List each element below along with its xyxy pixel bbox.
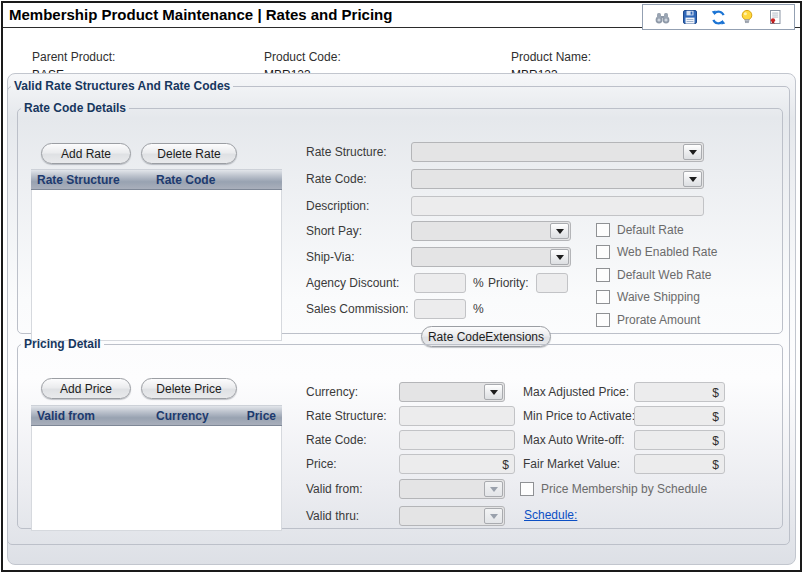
price-membership-by-schedule-row: Price Membership by Schedule <box>520 482 707 496</box>
price-table-col-currency[interactable]: Currency <box>156 409 209 423</box>
waive-shipping-row: Waive Shipping <box>596 290 700 304</box>
default-rate-row: Default Rate <box>596 223 684 237</box>
sales-commission-label: Sales Commission: <box>306 302 409 316</box>
valid-thru-select[interactable] <box>399 506 505 526</box>
refresh-icon[interactable] <box>709 8 727 26</box>
price-membership-by-schedule-checkbox[interactable] <box>520 482 534 496</box>
price-dollar: $ <box>502 458 509 472</box>
chevron-down-icon[interactable] <box>683 171 702 187</box>
price-table-col-price[interactable]: Price <box>247 409 276 423</box>
max-auto-write-off-input[interactable]: $ <box>634 430 725 450</box>
web-enabled-rate-checkbox[interactable] <box>596 245 610 259</box>
add-price-button[interactable]: Add Price <box>41 378 131 399</box>
chevron-down-icon[interactable] <box>550 223 569 239</box>
toolbar <box>642 4 795 30</box>
schedule-link[interactable]: Schedule: <box>524 508 577 522</box>
max-adjusted-price-input[interactable]: $ <box>634 382 725 402</box>
short-pay-label: Short Pay: <box>306 224 362 238</box>
price-label: Price: <box>306 457 337 471</box>
add-rate-button[interactable]: Add Rate <box>41 143 131 164</box>
chevron-down-icon[interactable] <box>484 481 503 497</box>
application-window: Membership Product Maintenance | Rates a… <box>1 1 802 572</box>
rate-table-col-rate-code[interactable]: Rate Code <box>156 173 215 187</box>
waive-shipping-checkbox[interactable] <box>596 290 610 304</box>
delete-rate-button[interactable]: Delete Rate <box>141 143 237 164</box>
max-auto-write-off-dollar: $ <box>712 434 719 448</box>
chevron-down-icon[interactable] <box>484 508 503 524</box>
page-title: Membership Product Maintenance | Rates a… <box>9 6 392 23</box>
delete-price-button[interactable]: Delete Price <box>141 378 237 399</box>
product-code-label: Product Code: <box>264 50 341 64</box>
price-table-col-valid-from[interactable]: Valid from <box>31 409 95 423</box>
rate-code-select[interactable] <box>411 169 704 189</box>
sales-commission-input[interactable] <box>414 299 466 319</box>
report-icon[interactable] <box>766 8 784 26</box>
chevron-down-icon[interactable] <box>484 384 503 400</box>
max-adjusted-price-label: Max Adjusted Price: <box>523 385 629 399</box>
save-icon[interactable] <box>681 8 699 26</box>
rate-code-label: Rate Code: <box>306 172 367 186</box>
valid-rate-structures-legend: Valid Rate Structures And Rate Codes <box>11 79 233 93</box>
ship-via-select[interactable] <box>411 247 571 267</box>
default-rate-checkbox[interactable] <box>596 223 610 237</box>
rate-structure-label: Rate Structure: <box>306 145 387 159</box>
ship-via-label: Ship-Via: <box>306 250 354 264</box>
agency-discount-input[interactable] <box>414 273 466 293</box>
default-web-rate-label: Default Web Rate <box>617 268 712 282</box>
valid-from-label: Valid from: <box>306 482 362 496</box>
rate-code-details-legend: Rate Code Details <box>21 101 129 115</box>
min-price-to-activate-dollar: $ <box>712 410 719 424</box>
fair-market-value-dollar: $ <box>712 458 719 472</box>
valid-from-select[interactable] <box>399 479 505 499</box>
agency-discount-label: Agency Discount: <box>306 276 399 290</box>
currency-select[interactable] <box>399 382 505 402</box>
max-adjusted-price-dollar: $ <box>712 386 719 400</box>
currency-label: Currency: <box>306 385 358 399</box>
price-membership-by-schedule-label: Price Membership by Schedule <box>541 482 707 496</box>
valid-thru-label: Valid thru: <box>306 509 359 523</box>
short-pay-select[interactable] <box>411 221 571 241</box>
fair-market-value-input[interactable]: $ <box>634 454 725 474</box>
priority-label: Priority: <box>488 276 529 290</box>
rate-structure-select[interactable] <box>411 142 704 162</box>
default-web-rate-row: Default Web Rate <box>596 268 712 282</box>
parent-product-label: Parent Product: <box>32 50 115 64</box>
binoculars-icon[interactable] <box>653 8 671 26</box>
min-price-to-activate-label: Min Price to Activate: <box>523 409 635 423</box>
sales-commission-percent: % <box>473 302 484 316</box>
agency-discount-percent: % <box>473 276 484 290</box>
pricing-rate-structure-label: Rate Structure: <box>306 409 387 423</box>
price-table-body <box>31 426 282 531</box>
rate-table-body <box>31 190 282 341</box>
min-price-to-activate-input[interactable]: $ <box>634 406 725 426</box>
pricing-detail-legend: Pricing Detail <box>21 337 104 351</box>
record-header: Parent Product: BASE Product Code: MBR12… <box>3 29 800 73</box>
pricing-rate-code-label: Rate Code: <box>306 433 367 447</box>
prorate-amount-row: Prorate Amount <box>596 313 700 327</box>
pricing-rate-code-input[interactable] <box>399 430 515 450</box>
priority-input[interactable] <box>536 273 568 293</box>
description-input[interactable] <box>411 196 704 216</box>
default-rate-label: Default Rate <box>617 223 684 237</box>
rate-code-details-group: Rate Code Details Add Rate Delete Rate R… <box>17 101 783 334</box>
fair-market-value-label: Fair Market Value: <box>523 457 620 471</box>
web-enabled-rate-row: Web Enabled Rate <box>596 245 718 259</box>
price-input[interactable]: $ <box>399 454 515 474</box>
chevron-down-icon[interactable] <box>550 249 569 265</box>
product-name-label: Product Name: <box>511 50 591 64</box>
pricing-rate-structure-input[interactable] <box>399 406 515 426</box>
max-auto-write-off-label: Max Auto Write-off: <box>523 433 625 447</box>
prorate-amount-label: Prorate Amount <box>617 313 700 327</box>
waive-shipping-label: Waive Shipping <box>617 290 700 304</box>
lightbulb-icon[interactable] <box>738 8 756 26</box>
prorate-amount-checkbox[interactable] <box>596 313 610 327</box>
chevron-down-icon[interactable] <box>683 144 702 160</box>
pricing-detail-group: Pricing Detail Add Price Delete Price Va… <box>17 337 783 529</box>
rate-table-col-rate-structure[interactable]: Rate Structure <box>31 173 120 187</box>
default-web-rate-checkbox[interactable] <box>596 268 610 282</box>
web-enabled-rate-label: Web Enabled Rate <box>617 245 718 259</box>
rate-table-header: Rate Structure Rate Code <box>31 169 282 190</box>
price-table-header: Valid from Currency Price <box>31 405 282 426</box>
description-label: Description: <box>306 199 369 213</box>
